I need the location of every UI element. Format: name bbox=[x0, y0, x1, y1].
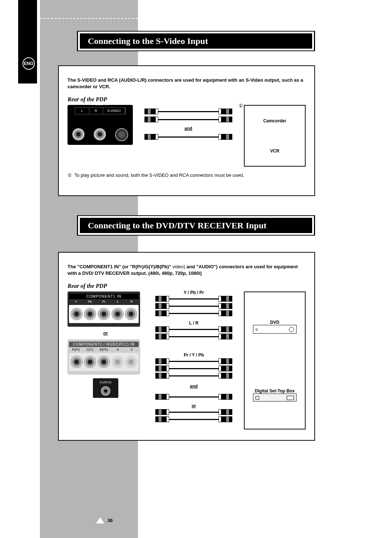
rca-jack-icon bbox=[125, 308, 137, 320]
dvd-player-icon bbox=[253, 325, 297, 334]
audio-cable-icon bbox=[155, 409, 232, 415]
intro-p3: video) bbox=[171, 264, 185, 269]
pdp-component-panels: COMPONENT1 IN Y Pb Pr L R bbox=[68, 292, 144, 398]
dvd-label: DVD bbox=[253, 320, 297, 325]
section1-footnote: ① To play picture and sound, both the S-… bbox=[68, 172, 306, 178]
panel-header-video-in: VIDEO IN bbox=[75, 102, 125, 106]
component1-panel: COMPONENT1 IN Y Pb Pr L R bbox=[68, 292, 140, 327]
left-black-stripe bbox=[18, 0, 37, 83]
intro-p2: "R(Pr)/G(Y)/B(Pb)" bbox=[128, 264, 171, 269]
svideo-jack-icon bbox=[115, 128, 128, 141]
lbl-r: R bbox=[125, 300, 139, 303]
lbl-gy: G(Y) bbox=[83, 348, 97, 351]
set-top-box-icon bbox=[253, 394, 297, 402]
audio-single-cable-icon bbox=[155, 394, 232, 400]
component-cable-icon bbox=[155, 310, 232, 316]
section2-diagram: COMPONENT1 IN Y Pb Pr L R bbox=[68, 292, 306, 429]
intro-p1: The "COMPONENT1 IN" (or bbox=[68, 264, 128, 269]
bnc-cable-icon bbox=[155, 373, 232, 379]
lbl-l: L bbox=[111, 300, 124, 303]
bnc-cable-icon bbox=[155, 366, 232, 371]
cable-label-and: and bbox=[148, 384, 240, 389]
or-label-1: or bbox=[68, 330, 144, 336]
lbl-h: H bbox=[111, 348, 124, 351]
component1-header: COMPONENT1 IN bbox=[69, 294, 139, 299]
section2-intro: The "COMPONENT1 IN" (or "R(Pr)/G(Y)/B(Pb… bbox=[68, 264, 306, 276]
rear-of-pdp-label-1: Rear of the PDP bbox=[68, 96, 306, 103]
video-in-strip: L R S-VIDEO VIDEO IN bbox=[75, 107, 126, 114]
rca-jack-l-icon bbox=[72, 128, 85, 140]
page-number: 36 bbox=[107, 518, 113, 523]
bnc-jack-icon bbox=[98, 356, 110, 368]
page-triangle-icon bbox=[96, 517, 105, 523]
rear-of-pdp-label-2: Rear of the PDP bbox=[68, 283, 306, 289]
rca-jack-icon bbox=[70, 308, 83, 320]
audio-panel: AUDIO bbox=[93, 378, 118, 398]
manual-page: ENG Connecting to the S-Video Input The … bbox=[0, 0, 392, 538]
audio-cable-icon bbox=[155, 334, 232, 339]
lbl-bpb: B(Pb) bbox=[97, 348, 111, 351]
cable-label-ypbpr: Y / Pb / Pr bbox=[148, 290, 240, 295]
section2-box: The "COMPONENT1 IN" (or "R(Pr)/G(Y)/B(Pb… bbox=[58, 252, 315, 441]
rca-audio-cable-icon bbox=[144, 117, 232, 122]
section2-heading: Connecting to the DVD/DTV RECEIVER Input bbox=[80, 218, 312, 233]
section2-devices: DVD Digital Set-Top Box bbox=[244, 292, 306, 429]
section1-box: The S-VIDEO and RCA (AUDIO-L/R) connecto… bbox=[58, 65, 315, 196]
camcorder-label: Camcorder bbox=[263, 118, 286, 123]
cable-marker-1: ① bbox=[238, 103, 243, 109]
footnote-text: To play picture and sound, both the S-VI… bbox=[74, 172, 244, 178]
section1-heading: Connecting to the S-Video Input bbox=[80, 33, 312, 49]
footnote-marker: ① bbox=[68, 172, 72, 178]
language-badge: ENG bbox=[23, 57, 35, 70]
cable-label-lr: L / R bbox=[148, 321, 240, 326]
lbl-v: V bbox=[125, 348, 139, 351]
rca-jack-icon bbox=[111, 308, 124, 320]
rca-jack-icon bbox=[84, 308, 96, 320]
section1-devices: Camcorder VCR bbox=[244, 105, 306, 167]
bnc-cable-icon bbox=[155, 358, 232, 364]
bnc-jack-dim-icon bbox=[111, 356, 124, 368]
cable-label-prypb: Pr / Y / Pb bbox=[148, 352, 240, 358]
pdp-video-in-panel: L R S-VIDEO VIDEO IN bbox=[68, 105, 133, 145]
and-label: and bbox=[137, 126, 240, 131]
lbl-pb: Pb bbox=[83, 300, 97, 303]
component-cable-icon bbox=[155, 296, 232, 302]
section1-cables: ① and bbox=[137, 105, 240, 152]
stb-label: Digital Set-Top Box bbox=[253, 388, 297, 394]
bnc-jack-icon bbox=[70, 356, 83, 368]
component1-labels: Y Pb Pr L R bbox=[69, 300, 139, 303]
bnc-jack-dim-icon bbox=[125, 356, 137, 368]
panel-label-svideo: S-VIDEO bbox=[103, 107, 125, 114]
lbl-rpr: R(Pr) bbox=[69, 348, 83, 351]
section1-intro: The S-VIDEO and RCA (AUDIO-L/R) connecto… bbox=[68, 77, 306, 90]
lbl-pr: Pr bbox=[97, 300, 111, 303]
panel-label-r: R bbox=[89, 107, 103, 114]
audio-cable-icon bbox=[155, 416, 232, 422]
page-number-wrap: 36 bbox=[96, 517, 113, 523]
bnc-jack-icon bbox=[84, 356, 96, 368]
audio-header: AUDIO bbox=[95, 380, 116, 384]
cable-label-or: or bbox=[148, 403, 240, 408]
rca-jack-icon bbox=[98, 308, 110, 320]
component2-labels: R(Pr) G(Y) B(Pb) H V bbox=[69, 348, 139, 351]
component-cable-icon bbox=[155, 303, 232, 309]
vcr-label: VCR bbox=[270, 148, 279, 154]
section1-diagram: L R S-VIDEO VIDEO IN ① and bbox=[68, 105, 306, 167]
section2-cables: Y / Pb / Pr L / R Pr / Y / Pb and or bbox=[148, 292, 240, 429]
audio-jack-icon bbox=[101, 386, 110, 396]
lbl-y: Y bbox=[69, 300, 83, 303]
component2-header: COMPONENT2 / RGB2(PC2) IN bbox=[69, 342, 139, 347]
audio-cable-icon bbox=[155, 326, 232, 332]
rca-audio-cable-icon bbox=[144, 109, 232, 114]
rca-jack-r-icon bbox=[94, 128, 106, 140]
component2-panel: COMPONENT2 / RGB2(PC2) IN R(Pr) G(Y) B(P… bbox=[68, 339, 140, 375]
panel-label-l: L bbox=[75, 107, 89, 114]
svideo-cable-icon bbox=[144, 134, 232, 140]
